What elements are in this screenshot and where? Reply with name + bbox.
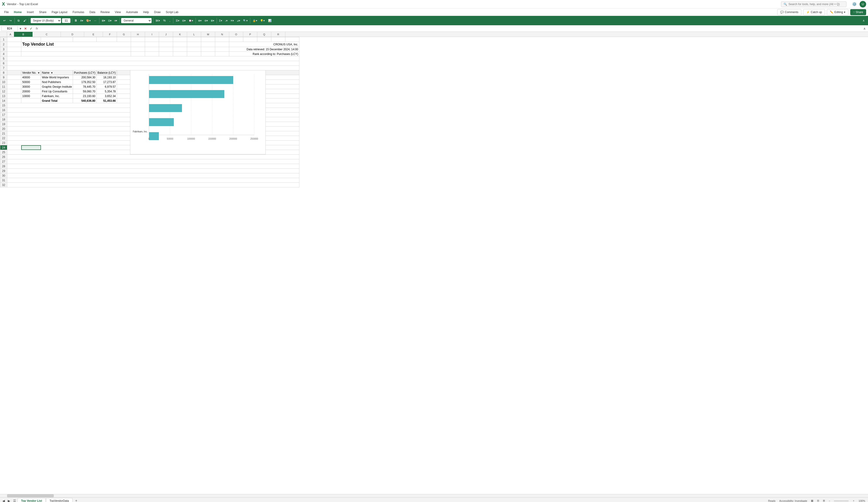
col-m[interactable]: M	[201, 32, 215, 37]
row-num-12[interactable]: 12	[0, 89, 7, 94]
col-j[interactable]: J	[159, 32, 173, 37]
row-num-20[interactable]: 20	[0, 126, 7, 131]
filter-icon[interactable]: ▼	[38, 72, 40, 74]
row-num-17[interactable]: 17	[0, 113, 7, 117]
row-num-11[interactable]: 11	[0, 84, 7, 89]
row-num-30[interactable]: 30	[0, 173, 7, 178]
menu-review[interactable]: Review	[98, 10, 112, 15]
col-c[interactable]: C	[33, 32, 61, 37]
col-r[interactable]: R	[271, 32, 285, 37]
menu-home[interactable]: Home	[11, 10, 24, 15]
cell-styles-dropdown[interactable]: 🔲▾	[188, 18, 194, 23]
row-num-25[interactable]: 25	[0, 150, 7, 155]
find-select-dropdown[interactable]: 🔍▾	[242, 18, 249, 23]
redo-button[interactable]: ↪	[8, 18, 13, 23]
row-num-1[interactable]: 1	[0, 37, 7, 42]
tab-menu[interactable]: ☰	[12, 499, 18, 502]
col-i[interactable]: I	[145, 32, 159, 37]
number-format-select[interactable]: General	[121, 18, 152, 23]
percent-button[interactable]: %	[162, 18, 167, 23]
font-family-select[interactable]: Segoe UI (Body)	[31, 18, 61, 23]
row-num-5[interactable]: 5	[0, 57, 7, 61]
borders-dropdown[interactable]: ⊞▾	[101, 18, 106, 23]
col-n[interactable]: N	[215, 32, 229, 37]
row-num-14[interactable]: 14	[0, 99, 7, 103]
delete-dropdown[interactable]: ⊖▾	[204, 18, 209, 23]
chart-container[interactable]: 0 50000 100000 150000 200000 250000 Fabr…	[130, 70, 266, 154]
comma-button[interactable]: ,	[168, 18, 172, 23]
chart-button[interactable]: 📊	[267, 18, 273, 23]
undo-button[interactable]: ↩	[2, 18, 7, 23]
merge-dropdown[interactable]: ⊡▾	[107, 18, 113, 23]
row-num-9[interactable]: 9	[0, 75, 7, 80]
menu-insert[interactable]: Insert	[24, 10, 36, 15]
row-num-19[interactable]: 19	[0, 122, 7, 126]
expand-formula-icon[interactable]: ∧	[862, 26, 867, 31]
col-e[interactable]: E	[84, 32, 103, 37]
row-num-23[interactable]: 23	[0, 141, 7, 145]
row-num-3[interactable]: 3	[0, 47, 7, 52]
format-table-dropdown[interactable]: ⊟▾	[181, 18, 187, 23]
formula-input[interactable]	[40, 27, 861, 31]
row-num-26[interactable]: 26	[0, 155, 7, 159]
conditional-format-dropdown[interactable]: ☰▾	[175, 18, 180, 23]
row-num-6[interactable]: 6	[0, 61, 7, 66]
col-q[interactable]: Q	[257, 32, 271, 37]
zoom-out[interactable]: −	[829, 500, 830, 502]
menu-script-lab[interactable]: Script Lab	[164, 10, 181, 15]
catch-up-button[interactable]: ⚡ Catch up	[803, 9, 825, 15]
format-dropdown[interactable]: ≣▾	[210, 18, 215, 23]
autosum-dropdown[interactable]: Σ▾	[218, 18, 223, 23]
col-g[interactable]: G	[117, 32, 131, 37]
copy-button[interactable]: ⧉	[16, 18, 21, 23]
row-num-4[interactable]: 4	[0, 52, 7, 57]
fill-dropdown[interactable]: ↓▾	[224, 18, 229, 23]
editing-button[interactable]: ✏️ Editing ▾	[827, 9, 848, 15]
view-layout[interactable]: ⊟	[817, 499, 819, 502]
ideas-dropdown[interactable]: 💡▾	[259, 18, 266, 23]
sort-filter-dropdown[interactable]: ⊿▾	[236, 18, 241, 23]
fill-color-dropdown[interactable]: 🎨▾	[85, 18, 92, 23]
row-num-27[interactable]: 27	[0, 159, 7, 164]
row-num-18[interactable]: 18	[0, 117, 7, 122]
font-size-input[interactable]	[62, 18, 70, 23]
menu-help[interactable]: Help	[141, 10, 151, 15]
insert-dropdown[interactable]: ⊕▾	[197, 18, 203, 23]
search-input[interactable]	[788, 2, 844, 6]
col-a[interactable]: A	[7, 32, 14, 37]
clear-dropdown[interactable]: ✕▾	[229, 18, 235, 23]
col-k[interactable]: K	[173, 32, 187, 37]
row-num-32[interactable]: 32	[0, 183, 7, 187]
user-avatar[interactable]: U	[860, 1, 866, 8]
wrap-text-dropdown[interactable]: ≡▾	[113, 18, 118, 23]
menu-data[interactable]: Data	[87, 10, 97, 15]
menu-automate[interactable]: Automate	[124, 10, 140, 15]
tab-scroll-right[interactable]: ▶	[6, 499, 12, 502]
currency-dropdown[interactable]: $€▾	[155, 18, 161, 23]
row-num-28[interactable]: 28	[0, 164, 7, 169]
col-h[interactable]: H	[131, 32, 145, 37]
row-num-21[interactable]: 21	[0, 131, 7, 136]
comments-button[interactable]: 💬 Comments	[777, 9, 801, 15]
row-num-13[interactable]: 13	[0, 94, 7, 99]
row-num-31[interactable]: 31	[0, 178, 7, 183]
expand-icon[interactable]: ▾	[19, 26, 22, 31]
row-num-22[interactable]: 22	[0, 136, 7, 141]
sensitivity-dropdown[interactable]: 🔒▾	[252, 18, 258, 23]
view-page-break[interactable]: ⊞	[823, 499, 825, 502]
row-num-15[interactable]: 15	[0, 103, 7, 108]
sheet-tab-top-vendor-data[interactable]: TopVendorData	[46, 498, 73, 502]
bold-button[interactable]: B	[73, 18, 78, 23]
menu-draw[interactable]: Draw	[152, 10, 163, 15]
add-sheet-button[interactable]: ＋	[73, 498, 80, 502]
col-f[interactable]: F	[103, 32, 117, 37]
row-num-8[interactable]: 8	[0, 70, 7, 75]
menu-file[interactable]: File	[2, 10, 11, 15]
expand-ribbon[interactable]: ∧	[861, 18, 866, 23]
col-l[interactable]: L	[187, 32, 201, 37]
menu-share[interactable]: Share	[37, 10, 49, 15]
share-button[interactable]: ↑ Share	[850, 9, 866, 15]
row-num-2[interactable]: 2	[0, 42, 7, 47]
menu-formulas[interactable]: Formulas	[70, 10, 86, 15]
col-b[interactable]: B	[14, 32, 33, 37]
